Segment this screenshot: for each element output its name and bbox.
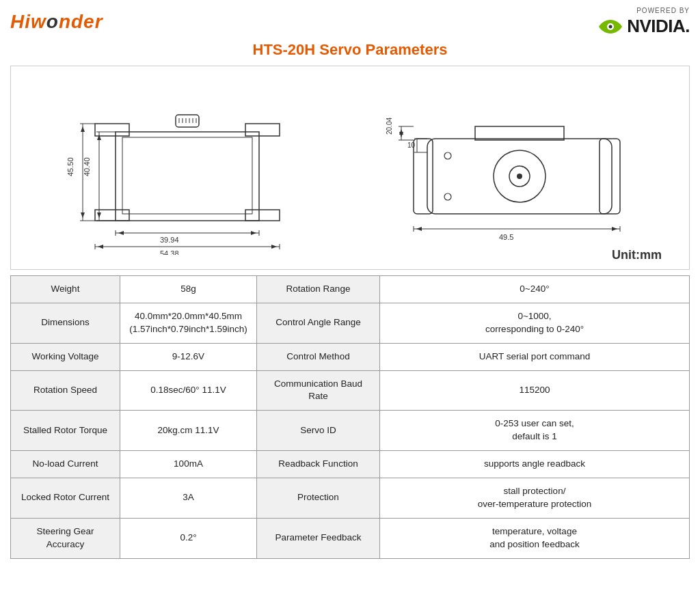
svg-text:39.94: 39.94	[160, 236, 179, 244]
table-row: No-load Current100mAReadback Functionsup…	[11, 451, 690, 478]
param-label-left: Locked Rotor Current	[11, 478, 120, 519]
svg-marker-61	[416, 227, 422, 231]
param-label-right: Rotation Range	[257, 276, 380, 303]
svg-text:54.38: 54.38	[160, 249, 179, 255]
svg-text:49.5: 49.5	[499, 233, 513, 241]
param-value-left: 0.18sec/60° 11.1V	[120, 370, 257, 411]
nvidia-logo: NVIDIA.	[598, 16, 690, 37]
param-value-right: 0-253 user can set, default is 1	[380, 411, 690, 451]
table-row: Dimensions40.0mm*20.0mm*40.5mm (1.57inch…	[11, 303, 690, 343]
svg-text:10: 10	[407, 141, 416, 149]
param-label-left: Rotation Speed	[11, 370, 120, 411]
nvidia-block: POWERED BY NVIDIA.	[598, 7, 690, 37]
param-value-left: 3A	[120, 478, 257, 519]
param-value-right: 0~1000, corresponding to 0-240°	[380, 303, 690, 343]
nvidia-icon	[598, 17, 623, 36]
logo-text: Hiwonder	[10, 11, 103, 33]
param-value-left: 100mA	[120, 451, 257, 478]
table-row: Stalled Rotor Torque20kg.cm 11.1VServo I…	[11, 411, 690, 451]
param-label-left: Dimensions	[11, 303, 120, 343]
svg-text:45.50: 45.50	[66, 157, 75, 176]
param-value-left: 20kg.cm 11.1V	[120, 411, 257, 451]
param-value-left: 40.0mm*20.0mm*40.5mm (1.57inch*0.79inch*…	[120, 303, 257, 343]
svg-text:20.04: 20.04	[386, 118, 393, 135]
svg-point-1	[609, 25, 612, 28]
nvidia-name: NVIDIA.	[627, 16, 690, 37]
table-row: Weight58gRotation Range0~240°	[11, 276, 690, 303]
param-value-right: stall protection/ over-temperature prote…	[380, 478, 690, 519]
param-label-right: Control Angle Range	[257, 303, 380, 343]
svg-rect-14	[122, 137, 252, 214]
svg-marker-36	[98, 245, 103, 249]
param-label-right: Protection	[257, 478, 380, 519]
svg-point-44	[517, 174, 522, 179]
svg-rect-4	[245, 124, 280, 136]
table-row: Locked Rotor Current3AProtectionstall pr…	[11, 478, 690, 519]
svg-marker-31	[251, 231, 256, 235]
svg-rect-2	[116, 132, 259, 221]
svg-marker-30	[118, 231, 124, 235]
front-view-diagram: 45.50 40.40 39.94 54.38	[54, 77, 327, 255]
param-label-left: Steering Gear Accuracy	[11, 518, 120, 558]
svg-marker-19	[81, 212, 85, 218]
svg-rect-47	[475, 126, 564, 140]
table-row: Steering Gear Accuracy0.2°Parameter Feed…	[11, 518, 690, 558]
svg-marker-18	[81, 126, 85, 132]
param-value-left: 9-12.6V	[120, 343, 257, 370]
svg-rect-3	[95, 124, 129, 136]
diagrams-wrapper: 45.50 40.40 39.94 54.38	[25, 77, 675, 255]
svg-rect-41	[600, 139, 620, 214]
param-value-right: 0~240°	[380, 276, 690, 303]
param-label-right: Parameter Feedback	[257, 518, 380, 558]
param-value-right: temperature, voltage and position feedba…	[380, 518, 690, 558]
svg-rect-40	[414, 139, 433, 214]
svg-marker-25	[97, 212, 101, 218]
table-row: Working Voltage9-12.6VControl MethodUART…	[11, 343, 690, 370]
svg-rect-6	[245, 210, 280, 221]
param-value-right: UART serial port command	[380, 343, 690, 370]
param-label-left: Stalled Rotor Torque	[11, 411, 120, 451]
powered-by-label: POWERED BY	[598, 7, 690, 14]
parameters-table: Weight58gRotation Range0~240°Dimensions4…	[10, 275, 690, 559]
param-label-right: Servo ID	[257, 411, 380, 451]
svg-marker-24	[97, 135, 101, 140]
param-label-right: Control Method	[257, 343, 380, 370]
svg-text:40.40: 40.40	[83, 157, 91, 176]
param-label-left: Weight	[11, 276, 120, 303]
table-row: Rotation Speed0.18sec/60° 11.1VCommunica…	[11, 370, 690, 411]
svg-point-46	[444, 193, 451, 200]
svg-marker-37	[271, 245, 277, 249]
param-value-right: 115200	[380, 370, 690, 411]
param-value-left: 58g	[120, 276, 257, 303]
logo: Hiwonder	[10, 11, 103, 33]
page-title: HTS-20H Servo Parameters	[10, 41, 690, 59]
svg-point-45	[444, 152, 451, 159]
param-label-right: Communication Baud Rate	[257, 370, 380, 411]
param-label-left: No-load Current	[11, 451, 120, 478]
param-label-right: Readback Function	[257, 451, 380, 478]
param-label-left: Working Voltage	[11, 343, 120, 370]
diagram-section: 45.50 40.40 39.94 54.38	[10, 66, 690, 270]
side-view-diagram: 20.04 10 49.5	[386, 77, 646, 255]
param-value-right: supports angle readback	[380, 451, 690, 478]
param-value-left: 0.2°	[120, 518, 257, 558]
svg-marker-62	[612, 227, 617, 231]
header: Hiwonder POWERED BY NVIDIA.	[10, 7, 690, 37]
